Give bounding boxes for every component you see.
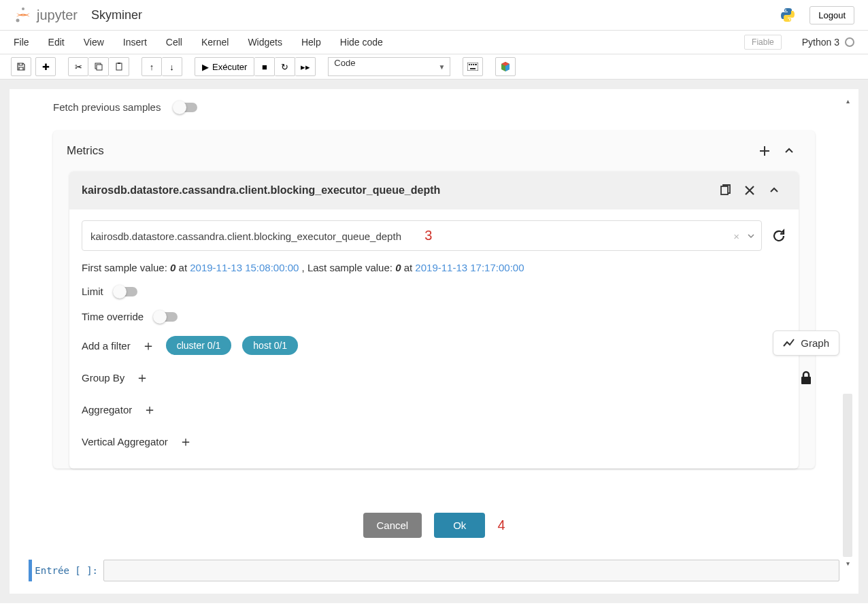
sample-info: First sample value: 0 at 2019-11-13 15:0… [82,251,786,279]
cancel-button[interactable]: Cancel [363,513,422,538]
annotation-3: 3 [424,228,432,243]
svg-rect-10 [471,64,472,65]
side-panel: Graph [773,330,839,386]
first-sample-time[interactable]: 2019-11-13 15:08:00:00 [190,262,299,273]
scroll-down-arrow[interactable]: ▾ [843,558,852,568]
add-filter-row: Add a filter ＋ cluster 0/1 host 0/1 [82,329,786,362]
cell-type-select[interactable]: Code ▼ [328,57,450,76]
svg-point-2 [785,10,786,11]
menu-hide-code[interactable]: Hide code [340,37,383,48]
code-input[interactable] [103,560,839,581]
logout-button[interactable]: Logout [809,6,854,24]
command-palette-button[interactable] [463,57,483,76]
svg-rect-13 [470,68,475,69]
add-metric-button[interactable] [752,139,777,163]
time-override-toggle[interactable] [154,312,178,322]
add-filter-button[interactable]: ＋ [141,337,155,355]
time-override-row: Time override [82,304,786,329]
extension-button[interactable] [495,57,516,76]
add-aggregator-button[interactable]: ＋ [143,401,156,419]
menu-insert[interactable]: Insert [123,37,147,48]
sample-separator: , [299,262,307,273]
metrics-title: Metrics [67,144,752,158]
cut-icon: ✂ [75,62,82,72]
limit-label: Limit [82,286,103,297]
metric-name: kairosdb.datastore.cassandra.client.bloc… [82,184,713,197]
delete-metric-button[interactable] [737,178,762,203]
vertical-scrollbar[interactable]: ▴ ▾ [843,96,852,587]
close-icon [744,184,756,197]
widget-panel: Fetch previous samples Metrics kairosdb.… [19,93,849,469]
move-down-button[interactable]: ↓ [162,57,182,76]
graph-button[interactable]: Graph [773,330,839,356]
svg-rect-9 [469,64,470,65]
input-cell[interactable]: Entrée [ ]: [29,560,839,581]
chevron-up-icon [784,146,795,156]
metric-select-row: kairosdb.datastore.cassandra.client.bloc… [82,220,786,251]
menu-help[interactable]: Help [301,37,321,48]
fetch-previous-toggle[interactable] [174,103,197,112]
menu-edit[interactable]: Edit [48,37,65,48]
menu-file[interactable]: File [14,37,29,48]
run-all-button[interactable]: ▸▸ [295,57,316,76]
limit-toggle[interactable] [114,287,137,296]
add-vertical-aggregator-button[interactable]: ＋ [179,432,193,451]
plus-icon: ✚ [42,62,50,72]
header: jupyter Skyminer Logout [0,0,868,31]
fast-forward-icon: ▸▸ [301,62,310,72]
menu-view[interactable]: View [84,37,104,48]
filter-chip-cluster[interactable]: cluster 0/1 [166,336,232,355]
menu-cell[interactable]: Cell [166,37,182,48]
copy-metric-button[interactable] [713,178,737,203]
lock-icon[interactable] [799,371,813,386]
cut-button[interactable]: ✂ [68,57,88,76]
notebook-area: Fetch previous samples Metrics kairosdb.… [0,80,868,603]
save-button[interactable] [11,57,31,76]
menu-kernel[interactable]: Kernel [201,37,229,48]
jupyter-icon [14,5,33,24]
add-group-by-button[interactable]: ＋ [135,369,149,387]
trust-label[interactable]: Fiable [744,35,782,50]
jupyter-logo-text: jupyter [37,7,78,23]
vertical-aggregator-label: Vertical Aggregator [82,436,168,447]
group-by-label: Group By [82,372,124,384]
add-cell-button[interactable]: ✚ [35,57,56,76]
scroll-up-arrow[interactable]: ▴ [843,96,852,105]
run-button[interactable]: ▶Exécuter [195,57,254,76]
run-icon: ▶ [202,62,209,72]
svg-point-1 [16,19,20,22]
chevron-up-icon [769,185,780,196]
arrow-up-icon: ↑ [150,62,154,72]
restart-button[interactable]: ↻ [275,57,295,76]
svg-rect-14 [721,186,728,194]
at-label-2: at [401,262,416,273]
metrics-header: Metrics [53,131,815,171]
jupyter-logo[interactable]: jupyter [14,5,78,24]
restart-icon: ↻ [281,62,288,72]
dialog-buttons: Cancel Ok 4 [10,513,858,538]
metrics-card: Metrics kairosdb.datastore.cassandra.cli… [53,131,815,469]
collapse-metric-button[interactable] [762,178,786,203]
move-up-button[interactable]: ↑ [141,57,162,76]
last-sample-time[interactable]: 2019-11-13 17:17:00:00 [415,262,524,273]
first-sample-label: First sample value: [82,262,170,273]
copy-icon [94,62,103,71]
kernel-name: Python 3 [802,37,839,48]
notebook-title[interactable]: Skyminer [91,8,142,22]
menu-widgets[interactable]: Widgets [248,37,282,48]
fetch-previous-row: Fetch previous samples [53,96,815,118]
collapse-metrics-button[interactable] [777,139,801,163]
clear-select-button[interactable]: × [733,230,739,241]
copy-button[interactable] [88,57,109,76]
paste-button[interactable] [109,57,129,76]
ok-button[interactable]: Ok [434,513,485,538]
metric-select[interactable]: kairosdb.datastore.cassandra.client.bloc… [82,220,762,251]
refresh-button[interactable] [771,228,786,243]
scroll-track[interactable] [843,394,852,557]
annotation-4: 4 [497,517,505,533]
input-prompt: Entrée [ ]: [29,560,103,581]
add-filter-label: Add a filter [82,340,131,352]
stop-button[interactable]: ■ [254,57,275,76]
chevron-down-icon [748,234,754,238]
filter-chip-host[interactable]: host 0/1 [242,336,298,355]
